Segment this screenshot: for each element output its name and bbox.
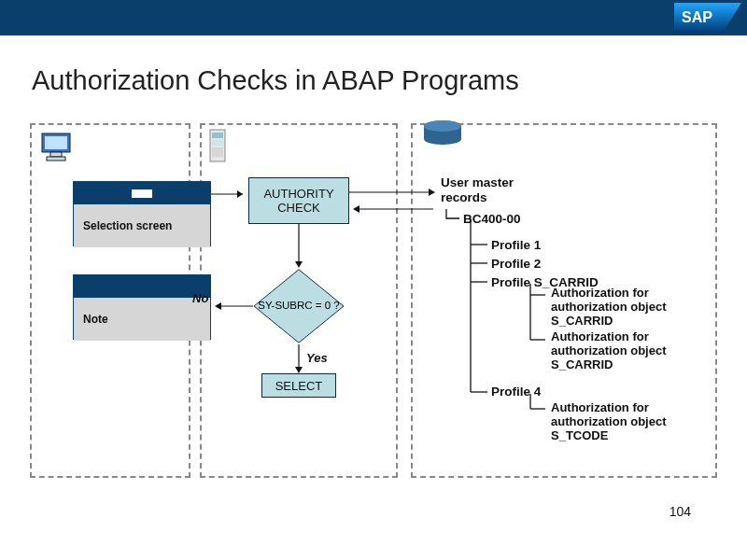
select-label: SELECT <box>275 379 323 393</box>
database-icon <box>422 119 463 147</box>
selection-screen-label: Selection screen <box>83 219 172 232</box>
svg-rect-2 <box>45 136 67 149</box>
monitor-icon <box>39 131 77 164</box>
tree-p4-auth: Authorization for authorization object S… <box>551 401 710 443</box>
page-number: 104 <box>669 504 691 519</box>
top-bar <box>0 0 747 35</box>
tree-root-line2: records <box>441 190 487 204</box>
server-icon <box>209 129 226 162</box>
yes-label: Yes <box>306 351 328 365</box>
sap-logo-text: SAP <box>682 9 712 25</box>
svg-point-11 <box>424 133 461 145</box>
selection-screen-box: Selection screen <box>73 181 211 246</box>
diagram-canvas: Selection screen Note AUTHORITY CHECK SY… <box>30 123 717 506</box>
page-title: Authorization Checks in ABAP Programs <box>32 65 519 96</box>
tree-p3-auth2: Authorization for authorization object S… <box>551 330 710 372</box>
tree-p3-auth1: Authorization for authorization object S… <box>551 287 710 329</box>
tree-profile2: Profile 2 <box>491 257 541 271</box>
no-label: No <box>192 291 208 305</box>
tree-user: BC400-00 <box>463 212 521 226</box>
tree-profile1: Profile 1 <box>491 238 541 252</box>
decision-node: SY-SUBRC = 0 ? <box>253 268 345 344</box>
slide: SAP Authorization Checks in ABAP Program… <box>0 0 747 560</box>
svg-rect-6 <box>212 133 223 138</box>
svg-rect-7 <box>212 140 223 146</box>
tree-root: User master records <box>441 175 514 205</box>
authority-check-node: AUTHORITY CHECK <box>248 177 349 224</box>
note-box: Note <box>73 274 211 340</box>
svg-point-12 <box>424 120 461 132</box>
svg-rect-4 <box>47 157 65 161</box>
decision-label: SY-SUBRC = 0 ? <box>258 300 339 313</box>
sap-logo: SAP <box>674 3 741 33</box>
svg-rect-3 <box>50 152 62 157</box>
svg-rect-8 <box>212 147 223 157</box>
authority-check-label: AUTHORITY CHECK <box>249 187 348 215</box>
tree-profile4: Profile 4 <box>491 385 541 399</box>
select-node: SELECT <box>261 373 336 398</box>
tree-root-line1: User master <box>441 175 514 189</box>
note-label: Note <box>83 313 108 326</box>
